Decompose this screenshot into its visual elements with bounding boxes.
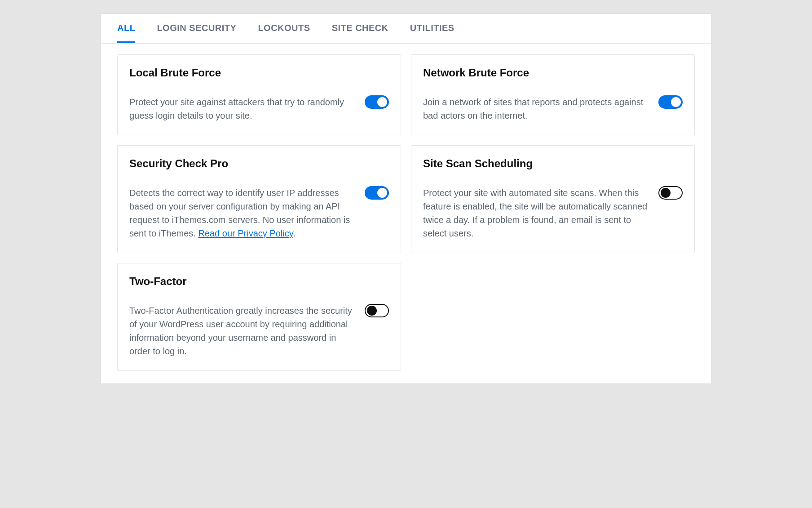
toggle-two-factor[interactable] [365, 304, 389, 317]
card-security-check-pro: Security Check Pro Detects the correct w… [117, 145, 401, 253]
card-title: Two-Factor [129, 275, 356, 288]
card-description: Protect your site against attackers that… [129, 95, 356, 122]
card-description: Detects the correct way to identify user… [129, 186, 356, 240]
toggle-network-brute-force[interactable] [658, 95, 683, 109]
toggle-knob [367, 306, 377, 316]
card-description: Join a network of sites that reports and… [423, 95, 649, 122]
toggle-local-brute-force[interactable] [365, 95, 389, 109]
card-title: Local Brute Force [129, 67, 356, 79]
tab-site-check[interactable]: SITE CHECK [332, 14, 388, 43]
tab-utilities[interactable]: UTILITIES [410, 14, 455, 43]
card-title: Security Check Pro [129, 157, 356, 170]
card-title: Network Brute Force [423, 67, 649, 79]
tab-all[interactable]: ALL [117, 14, 135, 43]
card-network-brute-force: Network Brute Force Join a network of si… [411, 54, 695, 135]
card-description: Protect your site with automated site sc… [423, 186, 649, 240]
privacy-policy-link[interactable]: Read our Privacy Policy [198, 228, 293, 238]
cards-grid: Local Brute Force Protect your site agai… [101, 44, 711, 383]
toggle-knob [377, 97, 387, 107]
card-local-brute-force: Local Brute Force Protect your site agai… [117, 54, 401, 135]
tab-login-security[interactable]: LOGIN SECURITY [157, 14, 236, 43]
toggle-knob [671, 97, 681, 107]
toggle-knob [377, 188, 387, 198]
card-title: Site Scan Scheduling [423, 157, 649, 170]
tab-lockouts[interactable]: LOCKOUTS [258, 14, 310, 43]
card-site-scan-scheduling: Site Scan Scheduling Protect your site w… [411, 145, 695, 253]
card-description: Two-Factor Authentication greatly increa… [129, 304, 356, 358]
toggle-site-scan-scheduling[interactable] [658, 186, 683, 200]
card-two-factor: Two-Factor Two-Factor Authentication gre… [117, 263, 401, 371]
toggle-security-check-pro[interactable] [365, 186, 389, 200]
toggle-knob [661, 188, 671, 198]
tabs-nav: ALL LOGIN SECURITY LOCKOUTS SITE CHECK U… [101, 14, 711, 44]
settings-panel: ALL LOGIN SECURITY LOCKOUTS SITE CHECK U… [101, 13, 711, 384]
